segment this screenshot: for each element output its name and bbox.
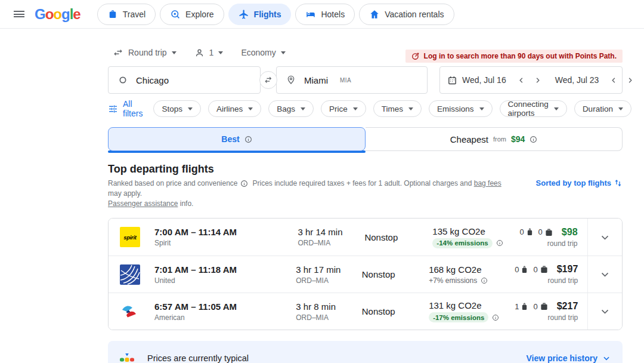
nav-flights[interactable]: Flights [228, 4, 292, 25]
price-insight-message: Prices are currently typical [147, 353, 249, 363]
flight-price: $98 [562, 227, 578, 238]
info-icon[interactable] [240, 180, 248, 187]
filter-chip-duration[interactable]: Duration [574, 100, 631, 117]
filter-chip-airlines[interactable]: Airlines [208, 100, 261, 117]
filter-chip-connecting-airports[interactable]: Connecting airports [500, 100, 567, 117]
destination-field[interactable]: MiamiMIA [276, 66, 428, 94]
chevron-down-icon [172, 51, 177, 54]
sort-label: Sorted by top flights [536, 179, 611, 187]
expand-flight-button[interactable] [587, 256, 622, 293]
chevron-down-icon [188, 107, 193, 110]
checked-bag-count: 0 [538, 227, 543, 236]
flight-row-spirit[interactable]: spirit 7:00 AM – 11:14 AM Spirit 3 hr 14… [109, 219, 622, 256]
depart-date-value: Wed, Jul 16 [462, 75, 506, 85]
filter-chip-times[interactable]: Times [373, 100, 422, 117]
calendar-icon [447, 75, 457, 85]
bag-fees-link[interactable]: bag fees [474, 179, 501, 187]
swap-locations-button[interactable] [259, 71, 277, 89]
flight-co2: 168 kg CO2e [429, 264, 515, 275]
chip-label: Emissions [437, 104, 474, 113]
info-icon[interactable] [530, 136, 537, 143]
google-logo[interactable]: Google [35, 6, 80, 23]
swap-vert-icon [614, 179, 623, 187]
flight-price: $217 [557, 301, 578, 312]
emissions-badge: +7% emissions [429, 276, 477, 285]
checked-bag-icon [540, 265, 548, 273]
plane-icon [239, 9, 249, 20]
filter-chip-stops[interactable]: Stops [153, 100, 201, 117]
chip-label: Price [329, 104, 348, 113]
hamburger-menu-icon[interactable] [7, 2, 31, 26]
flight-route: ORD–MIA [296, 276, 361, 285]
carry-on-count: 0 [515, 265, 519, 274]
bed-icon [305, 9, 316, 20]
info-icon[interactable] [492, 314, 499, 321]
tune-sliders-icon [108, 104, 118, 114]
nav-vacation-rentals[interactable]: Vacation rentals [359, 4, 454, 25]
tab-cheapest-price: $94 [511, 134, 525, 144]
nav-travel-label: Travel [123, 10, 145, 19]
points-path-banner[interactable]: Log in to search more than 90 days out w… [405, 50, 623, 63]
tab-cheapest[interactable]: Cheapest from $94 [366, 127, 623, 151]
cabin-class-select[interactable]: Economy [236, 48, 290, 57]
fees-note: Prices include required taxes + fees for… [253, 179, 474, 187]
tab-best[interactable]: Best [108, 127, 366, 151]
filter-chip-emissions[interactable]: Emissions [429, 100, 493, 117]
view-price-history-button[interactable]: View price history [526, 353, 611, 363]
spirit-logo: spirit [120, 227, 140, 247]
info-icon[interactable] [244, 136, 252, 143]
top-header: Google Travel Explore Flights Hotels Vac… [0, 0, 644, 29]
origin-field[interactable]: Chicago [108, 66, 261, 94]
checked-bag-count: 0 [533, 265, 537, 274]
flight-stops: Nonstop [362, 306, 429, 316]
return-date-field[interactable]: Wed, Jul 23 [548, 67, 641, 93]
price-note: round trip [515, 313, 578, 322]
person-icon [194, 48, 205, 58]
depart-next-day-button[interactable] [532, 75, 543, 86]
chevron-down-icon [301, 107, 305, 110]
round-trip-icon [113, 47, 123, 58]
search-inputs-row: Chicago MiamiMIA Wed, Jul 16 Wed, Jul 23 [108, 66, 623, 94]
return-next-day-button[interactable] [624, 75, 636, 86]
price-level-indicator-icon [120, 353, 134, 363]
sort-button[interactable]: Sorted by top flights [536, 179, 623, 209]
flight-duration: 3 hr 8 min [296, 302, 361, 312]
emissions-badge: -17% emissions [429, 312, 488, 322]
flight-co2: 135 kg CO2e [432, 226, 519, 236]
suitcase-icon [107, 9, 118, 20]
house-icon [369, 9, 380, 20]
flight-times: 6:57 AM – 11:05 AM [154, 302, 296, 312]
nav-explore[interactable]: Explore [160, 4, 224, 25]
passenger-assistance-link[interactable]: Passenger assistance [108, 199, 178, 208]
trip-type-select[interactable]: Round trip [108, 47, 181, 58]
flight-row-united[interactable]: 7:01 AM – 11:18 AM United 3 hr 17 min OR… [109, 256, 622, 293]
united-logo [120, 264, 140, 285]
nav-hotels-label: Hotels [321, 10, 345, 19]
flight-stops: Nonstop [362, 269, 429, 279]
info-icon[interactable] [496, 239, 503, 247]
passengers-select[interactable]: 1 [190, 48, 228, 58]
destination-code: MIA [340, 77, 351, 84]
flight-row-american[interactable]: 6:57 AM – 11:05 AM American 3 hr 8 min O… [109, 293, 622, 330]
return-prev-day-button[interactable] [608, 75, 620, 86]
chevron-down-icon [408, 107, 413, 110]
all-filters-button[interactable]: All filters [108, 99, 146, 118]
expand-flight-button[interactable] [587, 293, 622, 330]
nav-vacation-rentals-label: Vacation rentals [385, 10, 444, 19]
chip-label: Duration [583, 104, 613, 113]
info-icon[interactable] [481, 277, 488, 284]
flight-duration: 3 hr 14 min [298, 227, 364, 237]
depart-prev-day-button[interactable] [516, 75, 527, 86]
american-logo [120, 302, 140, 322]
filter-chip-price[interactable]: Price [321, 100, 366, 117]
points-path-banner-text: Log in to search more than 90 days out w… [424, 52, 617, 60]
chevron-down-icon [281, 51, 286, 54]
expand-flight-button[interactable] [587, 219, 622, 256]
passenger-count: 1 [209, 48, 214, 57]
filter-chip-bags[interactable]: Bags [268, 100, 314, 117]
nav-hotels[interactable]: Hotels [295, 4, 355, 25]
depart-date-field[interactable]: Wed, Jul 16 [440, 67, 548, 93]
nav-travel[interactable]: Travel [97, 4, 156, 25]
location-pin-icon [286, 75, 296, 85]
price-insight-banner: Prices are currently typical View price … [108, 341, 623, 363]
